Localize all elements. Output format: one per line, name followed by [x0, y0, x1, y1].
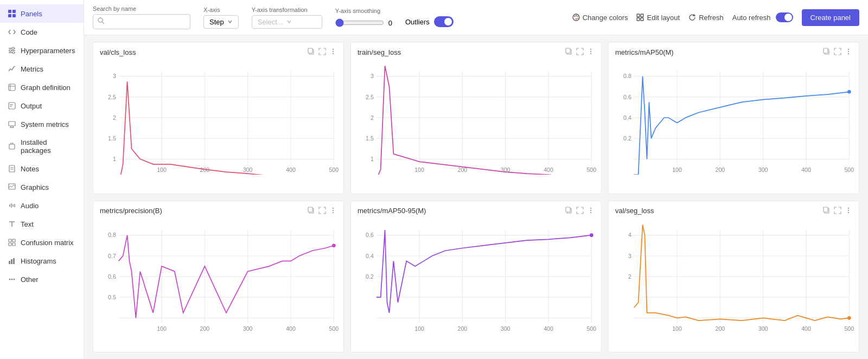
- ytransform-label: Y-axis transformation: [252, 7, 322, 13]
- sidebar-item-other[interactable]: Other: [0, 270, 84, 289]
- svg-point-178: [590, 233, 593, 237]
- outliers-toggle[interactable]: [434, 16, 454, 27]
- auto-refresh-button[interactable]: Auto refresh: [732, 12, 793, 22]
- copy-icon[interactable]: [308, 48, 315, 56]
- sidebar-item-metrics[interactable]: Metrics: [0, 60, 84, 78]
- search-box[interactable]: [93, 14, 190, 29]
- svg-text:300: 300: [501, 325, 510, 332]
- chart-actions: [823, 207, 852, 215]
- svg-text:0.6: 0.6: [366, 232, 374, 238]
- refresh-button[interactable]: Refresh: [688, 14, 724, 22]
- copy-icon[interactable]: [823, 207, 831, 215]
- svg-text:500: 500: [329, 325, 339, 332]
- copy-icon[interactable]: [565, 207, 573, 215]
- svg-text:0.7: 0.7: [108, 252, 116, 259]
- create-panel-button[interactable]: Create panel: [802, 9, 859, 26]
- svg-point-134: [333, 211, 334, 213]
- svg-rect-36: [11, 259, 12, 264]
- svg-point-7: [12, 47, 14, 49]
- sidebar-item-histograms[interactable]: Histograms: [0, 252, 84, 270]
- sidebar-item-graphics[interactable]: Graphics: [0, 178, 84, 196]
- chart-actions: [565, 48, 595, 56]
- svg-text:1.5: 1.5: [108, 135, 116, 142]
- svg-text:200: 200: [200, 325, 209, 332]
- svg-rect-20: [9, 144, 15, 149]
- svg-text:200: 200: [715, 166, 725, 173]
- svg-text:300: 300: [243, 325, 253, 332]
- chart-title: val/cls_loss: [100, 48, 136, 56]
- copy-icon[interactable]: [823, 48, 831, 56]
- expand-icon[interactable]: [576, 207, 584, 215]
- sidebar-item-label: Histograms: [21, 257, 56, 265]
- chart-actions: [823, 48, 852, 56]
- expand-icon[interactable]: [318, 48, 326, 56]
- edit-layout-button[interactable]: Edit layout: [636, 14, 680, 22]
- svg-rect-54: [308, 48, 312, 53]
- svg-point-82: [590, 51, 592, 53]
- sidebar-item-audio[interactable]: Audio: [0, 196, 84, 215]
- more-icon[interactable]: [329, 48, 337, 56]
- sidebar-item-system-metrics[interactable]: System metrics: [0, 115, 84, 133]
- svg-text:0.4: 0.4: [623, 114, 631, 121]
- slider-group: 0: [335, 18, 392, 27]
- more-icon[interactable]: [587, 207, 595, 215]
- svg-text:100: 100: [157, 325, 167, 332]
- copy-icon[interactable]: [565, 48, 573, 56]
- svg-rect-52: [641, 18, 643, 21]
- xaxis-select[interactable]: Step: [203, 15, 239, 29]
- change-colors-button[interactable]: Change colors: [572, 14, 628, 22]
- sidebar-item-output[interactable]: Output: [0, 97, 84, 115]
- sidebar-item-panels[interactable]: Panels: [0, 4, 84, 23]
- notes-icon: [8, 164, 16, 173]
- sidebar-item-label: Graph definition: [21, 84, 71, 92]
- more-icon[interactable]: [845, 207, 852, 215]
- auto-refresh-toggle[interactable]: [776, 12, 793, 22]
- svg-text:0.2: 0.2: [623, 135, 631, 142]
- svg-text:1: 1: [113, 156, 116, 162]
- more-icon[interactable]: [845, 48, 852, 56]
- sidebar-item-label: Code: [21, 28, 37, 36]
- svg-point-107: [848, 49, 850, 50]
- sidebar-item-graph-definition[interactable]: Graph definition: [0, 78, 84, 97]
- svg-text:400: 400: [801, 166, 811, 173]
- svg-text:200: 200: [715, 325, 725, 332]
- svg-rect-2: [8, 14, 11, 17]
- sidebar-item-label: Hyperparameters: [21, 47, 75, 55]
- svg-rect-180: [824, 207, 828, 212]
- sliders-icon: [8, 46, 16, 55]
- sidebar-item-installed-packages[interactable]: Installed packages: [0, 133, 84, 159]
- sidebar-item-hyperparameters[interactable]: Hyperparameters: [0, 41, 84, 60]
- sidebar-item-confusion-matrix[interactable]: Confusion matrix: [0, 233, 84, 252]
- search-input[interactable]: [108, 18, 184, 26]
- chart-body: 32.521.51100200300400500: [351, 59, 601, 194]
- svg-rect-3: [12, 14, 16, 17]
- sidebar-item-text[interactable]: Text: [0, 215, 84, 233]
- svg-text:3: 3: [628, 252, 631, 259]
- sidebar-item-code[interactable]: Code: [0, 23, 84, 41]
- palette-icon: [572, 14, 580, 21]
- expand-icon[interactable]: [318, 207, 326, 215]
- chevron-down-icon: [286, 19, 292, 24]
- svg-text:100: 100: [414, 325, 424, 332]
- xaxis-label: X-axis: [203, 7, 239, 13]
- svg-text:300: 300: [758, 166, 768, 173]
- chart-card-chart3: metrics/mAP50(M)0.80.60.40.2100200300400…: [608, 42, 859, 194]
- expand-icon[interactable]: [576, 48, 584, 56]
- more-icon[interactable]: [587, 48, 595, 56]
- sidebar-item-label: Output: [21, 102, 42, 110]
- svg-text:3: 3: [371, 73, 374, 80]
- sidebar-item-notes[interactable]: Notes: [0, 159, 84, 178]
- svg-text:0.2: 0.2: [366, 273, 374, 279]
- expand-icon[interactable]: [834, 207, 841, 215]
- xaxis-value: Step: [209, 18, 224, 26]
- svg-text:2.5: 2.5: [366, 94, 374, 100]
- chart-card-chart4: metrics/precision(B)0.80.70.60.510020030…: [93, 201, 344, 353]
- more-icon[interactable]: [329, 207, 337, 215]
- sidebar-item-label: Confusion matrix: [21, 239, 74, 247]
- copy-icon[interactable]: [308, 207, 315, 215]
- expand-icon[interactable]: [834, 48, 841, 56]
- smoothing-slider[interactable]: [335, 18, 384, 27]
- packages-icon: [8, 142, 16, 151]
- ytransform-select[interactable]: Select...: [252, 15, 322, 29]
- search-icon: [98, 17, 105, 27]
